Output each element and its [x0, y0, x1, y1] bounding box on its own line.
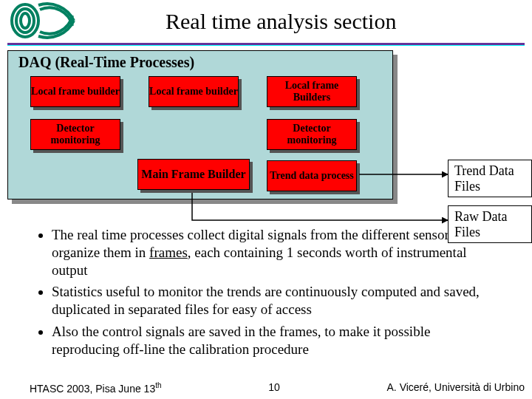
slide-title: Real time analysis section [166, 9, 396, 34]
bullet-2: Statistics useful to monitor the trends … [52, 283, 488, 318]
footer-page-number: 10 [162, 381, 387, 395]
footer-left-text: HTASC 2003, Pisa June 13 [30, 383, 155, 395]
box-trend-data-process: Trend data process [267, 160, 357, 191]
box-local-frame-builder-1: Local frame builder [30, 76, 120, 107]
slide-footer: HTASC 2003, Pisa June 13th 10 A. Viceré,… [0, 381, 532, 395]
daq-panel-title: DAQ (Real-Time Processes) [18, 54, 392, 71]
box-detector-monitoring-1: Detector monitoring [30, 119, 120, 150]
box-main-frame-builder: Main Frame Builder [137, 159, 250, 190]
logo-swirl-icon [3, 2, 77, 39]
footer-right: A. Viceré, Università di Urbino [387, 381, 525, 395]
divider-cyan [7, 45, 525, 46]
daq-panel: DAQ (Real-Time Processes) Local frame bu… [7, 50, 393, 200]
label-raw-data-files: Raw Data Files [448, 205, 532, 243]
bullet-1-em: frames [149, 245, 188, 260]
footer-left-sup: th [155, 381, 161, 389]
bullet-list: The real time processes collect digital … [35, 226, 488, 358]
bullet-3: Also the control signals are saved in th… [52, 323, 488, 358]
bullet-1: The real time processes collect digital … [52, 226, 488, 279]
footer-left: HTASC 2003, Pisa June 13th [30, 381, 162, 395]
box-detector-monitoring-2: Detector monitoring [267, 119, 357, 150]
svg-point-0 [21, 13, 30, 28]
box-local-frame-builders: Local frame Builders [267, 76, 357, 107]
box-local-frame-builder-2: Local frame builder [149, 76, 239, 107]
diagram-area: DAQ (Real-Time Processes) Local frame bu… [7, 50, 525, 200]
slide-header: Real time analysis section [0, 0, 532, 41]
label-trend-data-files: Trend Data Files [448, 160, 532, 197]
